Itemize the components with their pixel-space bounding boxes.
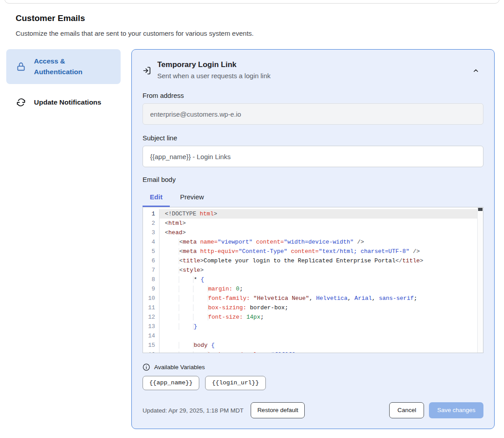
info-icon — [143, 363, 150, 371]
available-variables-row: Available Variables — [143, 363, 483, 371]
tab-preview[interactable]: Preview — [170, 189, 214, 207]
code-line: 10 font-family: "Helvetica Neue", Helvet… — [143, 294, 483, 303]
variable-chips: {{app_name}} {{login_url}} — [143, 376, 483, 390]
line-content: <meta name="viewport" content="width=dev… — [160, 237, 477, 247]
line-number: 4 — [143, 237, 160, 247]
save-changes-button[interactable]: Save changes — [429, 402, 483, 418]
line-content: } — [160, 322, 477, 331]
line-number: 13 — [143, 322, 160, 331]
refresh-icon — [16, 97, 26, 108]
line-content: <!DOCTYPE html> — [160, 209, 477, 219]
sidebar-item-label: Access & Authentication — [34, 56, 105, 77]
available-variables-label: Available Variables — [154, 364, 205, 371]
line-number: 1 — [143, 209, 160, 219]
line-number: 16 — [143, 350, 160, 353]
line-number: 6 — [143, 256, 160, 265]
variable-chip-app-name[interactable]: {{app_name}} — [143, 376, 199, 390]
cancel-button[interactable]: Cancel — [389, 402, 424, 418]
page-subtitle: Customize the emails that are sent to yo… — [16, 29, 254, 37]
line-number: 15 — [143, 341, 160, 350]
code-line: 7 <style> — [143, 265, 483, 275]
previous-card-edge — [4, 0, 500, 4]
line-number: 14 — [143, 331, 160, 341]
line-number: 9 — [143, 284, 160, 294]
code-line: 2<html> — [143, 219, 483, 228]
line-content: font-family: "Helvetica Neue", Helvetica… — [160, 294, 477, 303]
email-body-label: Email body — [143, 176, 483, 183]
sidebar: Access & Authentication Update Notificat… — [6, 49, 121, 113]
line-number: 10 — [143, 294, 160, 303]
chevron-up-icon — [472, 67, 479, 74]
from-address-input[interactable]: enterprise@customers.wp-e.io — [143, 103, 483, 125]
code-line: 12 font-size: 14px; — [143, 312, 483, 322]
sidebar-item-label: Update Notifications — [34, 97, 105, 108]
sidebar-item-access-authentication[interactable]: Access & Authentication — [6, 49, 121, 84]
line-number: 5 — [143, 247, 160, 256]
code-line: 13 } — [143, 322, 483, 331]
line-content: background-color: #f6f6f6; — [160, 350, 477, 353]
code-lines: 1<!DOCTYPE html>2<html>3<head>4 <meta na… — [143, 207, 483, 353]
temporary-login-link-panel: Temporary Login Link Sent when a user re… — [131, 49, 495, 429]
code-line: 9 margin: 0; — [143, 284, 483, 294]
email-body-tabs: Edit Preview — [143, 189, 483, 207]
line-content: * { — [160, 275, 477, 284]
line-content: body { — [160, 341, 477, 350]
line-content: <html> — [160, 219, 477, 228]
line-content — [160, 331, 477, 341]
line-number: 12 — [143, 312, 160, 322]
line-content: <head> — [160, 228, 477, 237]
variable-chip-login-url[interactable]: {{login_url}} — [205, 376, 265, 390]
customer-emails-page: Customer Emails Customize the emails tha… — [0, 0, 504, 438]
line-content: <title>Complete your login to the Replic… — [160, 256, 477, 265]
line-content: box-sizing: border-box; — [160, 303, 477, 312]
line-number: 3 — [143, 228, 160, 237]
code-line: 1<!DOCTYPE html> — [143, 209, 483, 219]
line-number: 8 — [143, 275, 160, 284]
line-content: <meta http-equiv="Content-Type" content=… — [160, 247, 477, 256]
panel-title: Temporary Login Link — [157, 60, 270, 69]
lock-icon — [16, 61, 26, 72]
tab-edit[interactable]: Edit — [143, 189, 170, 207]
collapse-button[interactable] — [471, 66, 481, 76]
log-in-icon — [143, 66, 151, 80]
code-editor[interactable]: 1<!DOCTYPE html>2<html>3<head>4 <meta na… — [143, 207, 483, 353]
code-line: 5 <meta http-equiv="Content-Type" conten… — [143, 247, 483, 256]
code-line: 6 <title>Complete your login to the Repl… — [143, 256, 483, 265]
code-line: 11 box-sizing: border-box; — [143, 303, 483, 312]
updated-timestamp: Updated: Apr 29, 2025, 1:18 PM MDT — [143, 407, 244, 414]
restore-default-button[interactable]: Restore default — [251, 402, 305, 418]
code-line: 4 <meta name="viewport" content="width=d… — [143, 237, 483, 247]
page-title: Customer Emails — [16, 13, 85, 23]
code-line: 14 — [143, 331, 483, 341]
code-line: 15 body { — [143, 341, 483, 350]
footer-actions: Cancel Save changes — [389, 402, 483, 418]
panel-header: Temporary Login Link Sent when a user re… — [143, 60, 483, 80]
code-line: 3<head> — [143, 228, 483, 237]
line-content: margin: 0; — [160, 284, 477, 294]
from-address-label: From address — [143, 92, 483, 99]
line-number: 11 — [143, 303, 160, 312]
panel-subtitle: Sent when a user requests a login link — [157, 72, 270, 80]
line-number: 2 — [143, 219, 160, 228]
line-number: 7 — [143, 265, 160, 275]
sidebar-item-update-notifications[interactable]: Update Notifications — [6, 92, 121, 113]
line-content: <style> — [160, 265, 477, 275]
panel-footer: Updated: Apr 29, 2025, 1:18 PM MDT Resto… — [143, 402, 483, 418]
subject-line-label: Subject line — [143, 134, 483, 142]
code-line: 8 * { — [143, 275, 483, 284]
subject-line-input[interactable]: {{app_name}} - Login Links — [143, 146, 483, 167]
line-content: font-size: 14px; — [160, 312, 477, 322]
editor-scrollbar-thumb[interactable] — [478, 208, 483, 211]
code-line: 16 background-color: #f6f6f6; — [143, 350, 483, 353]
editor-scrollbar[interactable] — [477, 207, 483, 353]
